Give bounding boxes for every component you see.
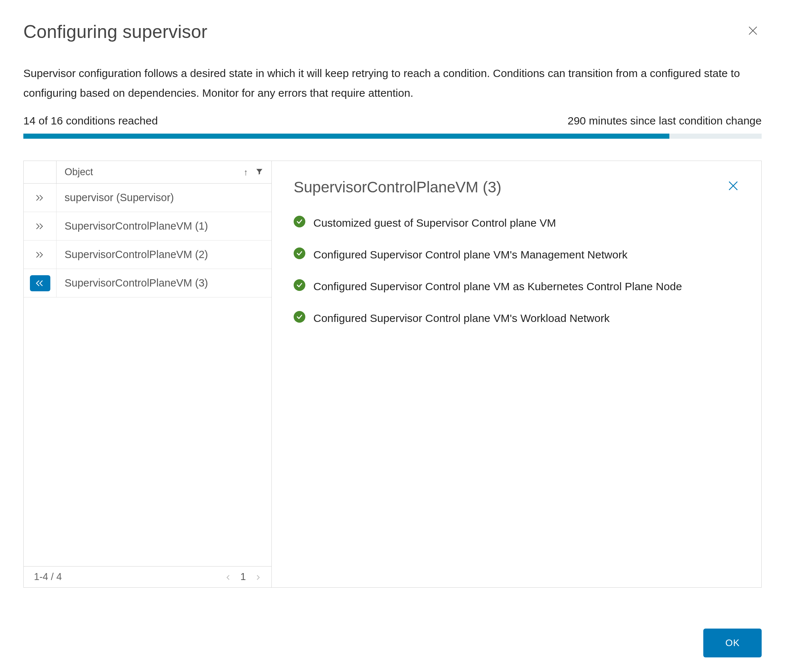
chevron-right-icon[interactable]: [30, 247, 50, 263]
expand-cell: [24, 241, 56, 269]
table-row[interactable]: SupervisorControlPlaneVM (1): [24, 212, 271, 241]
dialog-header: Configuring supervisor: [23, 21, 762, 42]
progress-bar: [23, 133, 762, 139]
detail-header: SupervisorControlPlaneVM (3): [294, 179, 740, 196]
condition-item: Configured Supervisor Control plane VM's…: [294, 309, 740, 327]
chevron-left-icon[interactable]: [30, 275, 50, 291]
object-table: Object ↑ supervisor (Supervisor)Supervis…: [24, 161, 272, 587]
condition-list: Customized guest of Supervisor Control p…: [294, 213, 740, 327]
dialog-title: Configuring supervisor: [23, 21, 208, 42]
object-column-header[interactable]: Object ↑: [56, 161, 271, 183]
dialog-footer: OK: [23, 611, 762, 657]
condition-text: Configured Supervisor Control plane VM a…: [313, 277, 682, 296]
object-name: SupervisorControlPlaneVM (1): [56, 220, 271, 232]
check-icon: [294, 216, 305, 227]
detail-title: SupervisorControlPlaneVM (3): [294, 179, 502, 196]
page-number: 1: [241, 571, 246, 583]
configuring-supervisor-dialog: Configuring supervisor Supervisor config…: [0, 0, 785, 672]
progress-labels: 14 of 16 conditions reached 290 minutes …: [23, 114, 762, 127]
check-icon: [294, 311, 305, 323]
close-icon[interactable]: [744, 21, 762, 42]
check-icon: [294, 279, 305, 291]
table-header: Object ↑: [24, 161, 271, 183]
table-row[interactable]: supervisor (Supervisor): [24, 183, 271, 212]
table-body: supervisor (Supervisor)SupervisorControl…: [24, 183, 271, 566]
object-header-label: Object: [64, 166, 93, 178]
chevron-right-icon[interactable]: [30, 190, 50, 206]
table-footer: 1-4 / 4 1: [24, 566, 271, 587]
object-name: supervisor (Supervisor): [56, 192, 271, 204]
chevron-right-icon[interactable]: [30, 218, 50, 234]
check-icon: [294, 247, 305, 259]
expand-cell: [24, 269, 56, 297]
next-page-icon[interactable]: [255, 571, 261, 583]
object-name: SupervisorControlPlaneVM (3): [56, 277, 271, 289]
table-row[interactable]: SupervisorControlPlaneVM (2): [24, 241, 271, 269]
expand-cell: [24, 183, 56, 212]
condition-item: Configured Supervisor Control plane VM a…: [294, 277, 740, 296]
detail-panel: SupervisorControlPlaneVM (3) Customized …: [272, 161, 761, 587]
expand-column-header: [24, 161, 56, 183]
object-name: SupervisorControlPlaneVM (2): [56, 249, 271, 261]
prev-page-icon[interactable]: [225, 571, 231, 583]
condition-item: Customized guest of Supervisor Control p…: [294, 213, 740, 232]
pager: 1: [225, 571, 261, 583]
condition-text: Configured Supervisor Control plane VM's…: [313, 309, 610, 327]
sort-ascending-icon[interactable]: ↑: [244, 167, 248, 177]
progress-fill: [23, 133, 669, 139]
table-row[interactable]: SupervisorControlPlaneVM (3): [24, 269, 271, 298]
content-area: Object ↑ supervisor (Supervisor)Supervis…: [23, 161, 762, 588]
condition-text: Customized guest of Supervisor Control p…: [313, 213, 556, 232]
ok-button[interactable]: OK: [703, 628, 762, 657]
time-since-change-label: 290 minutes since last condition change: [568, 114, 762, 127]
expand-cell: [24, 212, 56, 240]
condition-item: Configured Supervisor Control plane VM's…: [294, 245, 740, 264]
detail-close-icon[interactable]: [727, 180, 740, 195]
condition-text: Configured Supervisor Control plane VM's…: [313, 245, 627, 264]
dialog-description: Supervisor configuration follows a desir…: [23, 64, 762, 103]
conditions-reached-label: 14 of 16 conditions reached: [23, 114, 158, 127]
progress-section: 14 of 16 conditions reached 290 minutes …: [23, 114, 762, 139]
filter-icon[interactable]: [255, 168, 263, 177]
row-range-label: 1-4 / 4: [34, 571, 62, 583]
